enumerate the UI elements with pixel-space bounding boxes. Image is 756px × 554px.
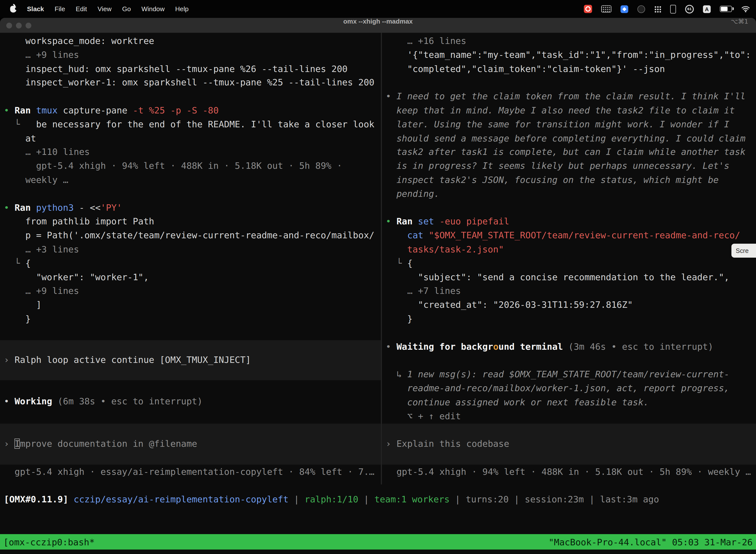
menu-item-file[interactable]: File	[55, 5, 65, 12]
text-segment: 'PY'	[101, 203, 122, 213]
menu-item-window[interactable]: Window	[141, 5, 165, 12]
terminal-line: • Ran tmux capture-pane -t %25 -p -S -80	[4, 104, 380, 118]
text-segment: Working	[15, 396, 58, 406]
omx-hud-status-line: [OMX#0.11.9] cczip/essay/ai-reimplementa…	[4, 493, 659, 507]
apps-grid-icon[interactable]	[654, 5, 661, 12]
text-segment: "worker": "worker-1",	[4, 272, 149, 282]
text-segment: capture-pane	[63, 105, 133, 115]
screen-share-overlay[interactable]: Scre	[732, 244, 756, 258]
terminal-line: • Working (6m 38s • esc to interrupt)	[4, 395, 203, 408]
screen: SlackFileEditViewGoWindowHelp 61 A	[0, 0, 756, 554]
menu-item-help[interactable]: Help	[175, 5, 189, 12]
text-segment: cczip/essay/ai-reimplementation-copyleft	[74, 494, 289, 504]
terminal-line: gpt-5.4 xhigh · 94% left · 488K in · 5.1…	[386, 465, 751, 479]
terminal-line: › Ralph loop active continue [OMX_TMUX_I…	[4, 353, 251, 367]
terminal-line: readme-and-reco/mailbox/worker-1.json, a…	[386, 382, 756, 395]
terminal-line: • I need to get the claim token from the…	[386, 90, 756, 104]
terminal-line: "created_at": "2026-03-31T11:59:27.816Z"	[386, 298, 756, 312]
text-segment: Waiting for backgr	[396, 341, 493, 351]
text-segment: "$OMX_TEAM_STATE_ROOT/team/review-curren…	[429, 230, 740, 240]
terminal-line: p = Path('.omx/state/team/review-current…	[4, 229, 380, 243]
terminal-line: inspect_worker-1: omx sparkshell --tmux-…	[4, 76, 380, 90]
terminal-line: › Explain this codebase	[386, 437, 509, 451]
menu-item-view[interactable]: View	[98, 5, 111, 12]
terminal-line: ↳ 1 new msg(s): read $OMX_TEAM_STATE_ROO…	[386, 368, 756, 382]
tmux-session-window-label: [omx-cczip0:bash*	[3, 537, 95, 547]
menu-item-go[interactable]: Go	[122, 5, 131, 12]
text-segment: •	[386, 216, 396, 227]
right-pane-status-line: gpt-5.4 xhigh · 94% left · 488K in · 5.1…	[386, 465, 751, 479]
terminal-line: gpt-5.4 xhigh · essay/ai-reimplementatio…	[4, 465, 375, 479]
tmux-status-bar: [omx-cczip0:bash* "MacBook-Pro-44.local"…	[0, 534, 756, 550]
left-terminal-pane[interactable]: workspace_mode: worktree … +9 lines insp…	[0, 33, 381, 484]
right-terminal-pane[interactable]: … +16 lines '{"team_name":"my-team","tas…	[382, 33, 756, 484]
record-dot-icon	[585, 6, 590, 11]
text-segment: (6m 38s • esc to interrupt)	[58, 396, 203, 406]
text-segment: … +16 lines	[386, 36, 466, 46]
text-segment: tmux	[36, 105, 63, 115]
terminal-line: … +9 lines	[4, 284, 380, 298]
right-prompt-text: › Explain this codebase	[386, 437, 509, 451]
text-segment: |	[584, 494, 600, 504]
keyboard-icon[interactable]	[601, 5, 611, 12]
text-segment: inspect_worker-1: omx sparkshell --tmux-…	[4, 77, 375, 88]
wifi-icon[interactable]	[741, 5, 750, 12]
menu-item-slack[interactable]: Slack	[27, 5, 44, 12]
text-segment: continue assigned work or next feasible …	[386, 397, 649, 407]
text-segment: from pathlib import Path	[4, 216, 154, 227]
text-segment: … +110 lines	[4, 147, 90, 157]
terminal-line: inspect_hud: omx sparkshell --tmux-pane …	[4, 62, 380, 76]
menu-item-edit[interactable]: Edit	[76, 5, 87, 12]
terminal-line: … +16 lines	[386, 34, 756, 48]
text-segment: turns:20	[466, 494, 509, 504]
terminal-line: [OMX#0.11.9] cczip/essay/ai-reimplementa…	[4, 493, 659, 507]
terminal-line: from pathlib import Path	[4, 215, 380, 229]
text-segment: gpt-5.4 xhigh · 94% left · 488K in · 5.1…	[4, 161, 342, 171]
right-pane-output: … +16 lines '{"team_name":"my-team","tas…	[386, 34, 756, 423]
text-segment: weekly …	[4, 175, 68, 185]
left-prompt-input[interactable]: › Improve documentation in @filename	[0, 424, 381, 465]
text-segment: I need to get the claim token from the c…	[396, 91, 745, 102]
battery-icon[interactable]	[720, 6, 732, 12]
text-segment: ralph:1/10	[305, 494, 359, 504]
dark-app-icon[interactable]	[637, 5, 645, 13]
text-segment: ›	[4, 355, 15, 365]
terminal-line	[386, 326, 756, 340]
screen-recording-stop-icon[interactable]	[584, 5, 592, 13]
terminal-line: continue assigned work or next feasible …	[386, 395, 756, 409]
text-segment: cat	[407, 230, 429, 240]
terminal-window: omx --xhigh --madmax ⌥⌘1 workspace_mode:…	[0, 18, 756, 554]
right-prompt-input[interactable]: › Explain this codebase	[382, 424, 756, 465]
text-segment: und terminal	[499, 341, 568, 351]
text-segment: later. Using the same for transition mig…	[386, 119, 730, 129]
text-segment: last:3m ago	[600, 494, 659, 504]
apple-menu-icon[interactable]	[10, 5, 16, 12]
text-segment: task2 after task1 is complete, but can I…	[386, 147, 746, 157]
text-segment: -euo pipefail	[440, 216, 509, 227]
text-segment: session:23m	[525, 494, 584, 504]
text-segment: keep that in mind. Maybe I also need the…	[386, 105, 735, 115]
window-title-bar[interactable]: omx --xhigh --madmax ⌥⌘1	[0, 18, 756, 33]
terminal-line: … +3 lines	[4, 243, 380, 257]
text-segment: o	[493, 341, 499, 351]
text-segment: set	[418, 216, 440, 227]
text-segment: mprove documentation in @filename	[20, 439, 197, 449]
terminal-line	[4, 90, 380, 104]
text-segment: team:1 workers	[375, 494, 450, 504]
text-segment: should send a message before completing …	[386, 133, 746, 143]
terminal-line: task2 after task1 is complete, but can I…	[386, 146, 756, 159]
terminal-line: └ {	[386, 257, 756, 271]
text-segment: {	[25, 258, 31, 268]
phone-mirroring-icon[interactable]	[670, 4, 676, 13]
left-pane-output: workspace_mode: worktree … +9 lines insp…	[4, 34, 380, 326]
blue-app-icon[interactable]	[621, 5, 628, 13]
ralph-loop-banner-text: › Ralph loop active continue [OMX_TMUX_I…	[4, 353, 251, 367]
ralph-loop-banner: › Ralph loop active continue [OMX_TMUX_I…	[0, 340, 381, 380]
text-segment: -t %25 -p -S -80	[133, 105, 218, 115]
input-source-icon[interactable]: A	[703, 5, 711, 13]
menu-bar: SlackFileEditViewGoWindowHelp 61 A	[0, 0, 756, 18]
text-segment: tasks/task-2.json"	[386, 244, 504, 255]
menu-bar-left: SlackFileEditViewGoWindowHelp	[0, 5, 189, 12]
battery-gauge-icon[interactable]: 61	[685, 4, 694, 13]
text-segment: › Explain this codebase	[386, 439, 509, 449]
